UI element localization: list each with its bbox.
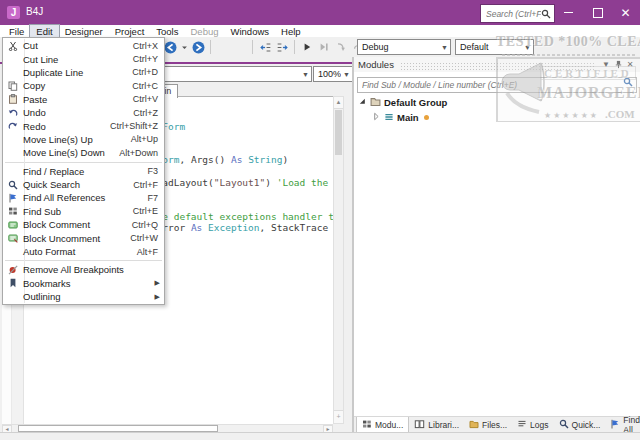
menubar-item-windows[interactable]: Windows [224,25,275,37]
menu-item-bookmarks[interactable]: Bookmarks▶ [3,277,164,290]
minimize-button[interactable] [555,0,582,25]
menu-item-block-comment[interactable]: Block CommentCtrl+Q [3,218,164,231]
panel-tab-label: Files... [482,420,507,430]
menu-item-move-line-s-down[interactable]: Move Line(s) DownAlt+Down [3,146,164,159]
menu-item-remove-all-breakpoints[interactable]: Remove All Breakpoints [3,263,164,276]
close-icon[interactable]: ✕ [624,59,636,71]
app-icon: J [7,6,20,19]
menu-item-undo[interactable]: UndoCtrl+Z [3,106,164,119]
menu-item-label: Block Uncomment [23,233,130,244]
panel-title: Modules [358,59,394,70]
menu-item-shortcut: F7 [147,193,158,203]
find-sub-icon [3,206,23,216]
menubar-item-edit[interactable]: Edit [30,25,58,37]
module-search-box[interactable] [357,74,637,90]
title-search-input[interactable] [481,9,541,19]
bookmarks-icon [3,278,23,288]
menubar-item-debug[interactable]: Debug [184,25,224,37]
menu-item-cut-line[interactable]: Cut LineCtrl+Y [3,52,164,65]
expander-closed-icon[interactable] [372,112,381,123]
menu-item-label: Duplicate Line [23,67,132,78]
outdent-icon[interactable] [258,39,272,55]
find-references-icon [3,193,23,203]
menu-item-find-replace[interactable]: Find / ReplaceF3 [3,165,164,178]
folder-icon [370,96,381,109]
menu-item-move-line-s-up[interactable]: Move Line(s) UpAlt+Up [3,133,164,146]
menubar-item-designer[interactable]: Designer [59,25,109,37]
menubar-item-tools[interactable]: Tools [150,25,184,37]
find-all-icon [610,419,620,431]
caret-down-icon[interactable]: ▼ [600,59,612,71]
uncomment-icon[interactable] [233,39,247,55]
menubar-item-file[interactable]: File [3,25,30,37]
scroll-up-arrow[interactable]: ▲ [334,97,343,109]
panel-tab-logs[interactable]: Logs [512,417,553,432]
modules-panel: Modules ▼ ✕ Default GroupMain Modu...Lib… [352,57,640,432]
menu-item-shortcut: Ctrl+Shift+Z [110,121,158,131]
close-button[interactable]: ✕ [612,0,639,25]
menu-item-label: Find Sub [23,206,133,217]
menubar-item-help[interactable]: Help [275,25,307,37]
menu-item-shortcut: Ctrl+Y [133,54,158,64]
menubar-item-project[interactable]: Project [109,25,151,37]
title-search-box[interactable] [480,4,555,23]
run-icon[interactable] [300,39,314,55]
menu-item-quick-search[interactable]: Quick SearchCtrl+F [3,178,164,191]
tree-item-label: Default Group [384,97,447,108]
toolbar-separator [294,40,295,54]
pin-icon[interactable] [612,59,624,71]
step-into-icon[interactable] [334,39,348,55]
menu-item-block-uncomment[interactable]: Block UncommentCtrl+W [3,231,164,244]
panel-drag-handle[interactable] [400,62,594,70]
build-config-dropdown[interactable]: Default ▼ [455,39,534,55]
expander-open-icon[interactable] [358,97,367,108]
menu-item-shortcut: Alt+F [137,247,158,257]
zoom-value: 100% [314,69,341,79]
resume-icon[interactable] [317,39,331,55]
indent-icon[interactable] [275,39,289,55]
caret-down-icon[interactable] [180,39,188,55]
panel-tab-label: Modu... [375,420,403,430]
module-search-input[interactable] [357,77,637,93]
tree-item-default-group[interactable]: Default Group [358,95,638,110]
panel-tab-find-all[interactable]: Find All... [605,417,640,432]
menu-item-paste[interactable]: PasteCtrl+V [3,93,164,106]
zoom-dropdown[interactable]: 100% ▼ [313,66,353,82]
menu-item-shortcut: Ctrl+Q [132,220,158,230]
tree-item-main[interactable]: Main [372,110,638,125]
menu-item-shortcut: Ctrl+D [132,67,158,77]
menu-item-shortcut: F3 [147,166,158,176]
menu-item-duplicate-line[interactable]: Duplicate LineCtrl+D [3,66,164,79]
modules-icon [362,419,372,431]
menu-item-redo[interactable]: RedoCtrl+Shift+Z [3,119,164,132]
remove-breakpoints-icon [3,265,23,275]
menu-item-shortcut: Ctrl+V [133,94,158,104]
menu-item-shortcut: Ctrl+E [133,206,158,216]
vertical-scrollbar[interactable]: ▲ + [333,96,344,424]
splitter-button[interactable]: + [334,410,343,423]
vertical-scroll-thumb[interactable] [335,110,342,155]
menu-item-copy[interactable]: CopyCtrl+C [3,79,164,92]
menu-item-find-sub[interactable]: Find SubCtrl+E [3,205,164,218]
horizontal-scroll-thumb[interactable] [18,425,218,432]
search-icon [3,180,23,190]
panel-tab-label: Logs [530,420,548,430]
menu-item-find-all-references[interactable]: Find All ReferencesF7 [3,191,164,204]
menu-item-outlining[interactable]: Outlining▶ [3,290,164,303]
comment-icon[interactable] [216,39,230,55]
panel-tab-modu[interactable]: Modu... [356,417,409,432]
chevron-down-icon: ▼ [341,71,352,78]
forward-icon[interactable] [191,39,205,55]
panel-tab-quick[interactable]: Quick... [554,417,606,432]
panel-tab-librari[interactable]: Librari... [409,417,464,432]
panel-tab-files[interactable]: Files... [464,417,512,432]
menu-separator [5,260,162,261]
menu-item-shortcut: Alt+Up [131,134,158,144]
menu-item-auto-format[interactable]: Auto FormatAlt+F [3,245,164,258]
menu-item-cut[interactable]: CutCtrl+X [3,39,164,52]
modules-panel-header[interactable]: Modules ▼ ✕ [354,57,640,72]
menu-item-label: Move Line(s) Down [23,147,119,158]
debug-mode-dropdown[interactable]: Debug ▼ [357,39,451,55]
back-icon[interactable] [163,39,177,55]
maximize-button[interactable] [584,0,611,25]
